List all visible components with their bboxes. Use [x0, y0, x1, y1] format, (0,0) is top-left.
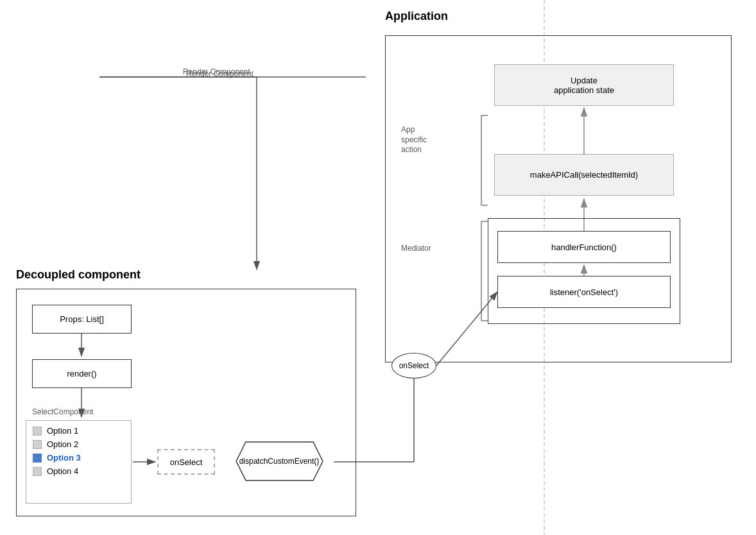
checkbox-option3	[33, 454, 42, 463]
svg-text:dispatchCustomEvent(): dispatchCustomEvent()	[239, 457, 320, 466]
box-render: render()	[32, 359, 132, 388]
application-title: Application	[385, 10, 448, 23]
list-item: Option 4	[33, 466, 125, 476]
checkbox-option1	[33, 427, 42, 436]
decoupled-title: Decoupled component	[16, 268, 141, 282]
box-handler: handlerFunction()	[497, 231, 671, 263]
mediator-label: Mediator	[401, 244, 431, 253]
app-specific-label: App specificaction	[401, 125, 440, 155]
list-item: Option 2	[33, 439, 125, 449]
box-listener: listener('onSelect')	[497, 276, 671, 308]
diagram-container: Render Component Application App specifi…	[0, 0, 756, 535]
box-props: Props: List[]	[32, 305, 132, 334]
box-make-api: makeAPICall(selectedItemId)	[494, 154, 674, 196]
checkbox-option4	[33, 467, 42, 476]
list-item: Option 1	[33, 426, 125, 436]
select-component-label: SelectComponent	[32, 407, 93, 416]
list-item: Option 3	[33, 453, 125, 463]
checkbox-option2	[33, 440, 42, 449]
circle-onselect: onSelect	[391, 353, 436, 378]
box-update-state: Update application state	[494, 64, 674, 106]
select-options-box: Option 1 Option 2 Option 3 Option 4	[26, 420, 132, 504]
box-onselect: onSelect	[157, 449, 215, 475]
hexagon-dispatch: dispatchCustomEvent()	[223, 439, 336, 483]
render-component-text: Render Component	[183, 67, 250, 76]
